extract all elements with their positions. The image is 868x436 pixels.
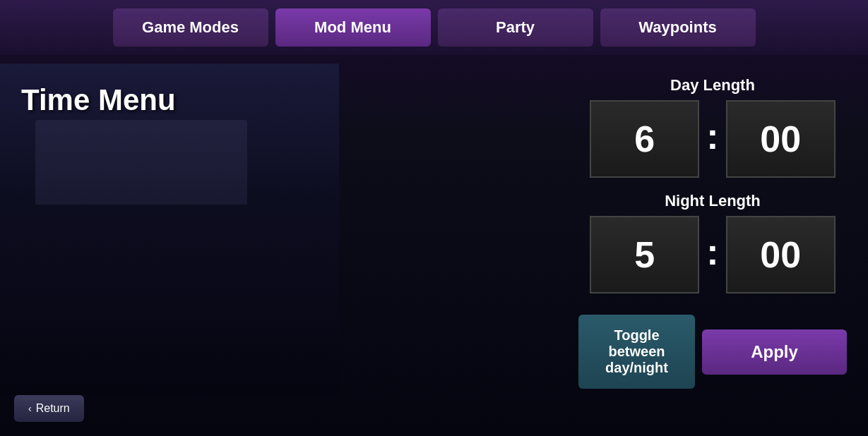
day-separator: : bbox=[699, 115, 725, 157]
day-hours-box[interactable]: 6 bbox=[590, 100, 699, 178]
main-content: Time Menu Day Length 6 : 00 Night Length… bbox=[0, 55, 868, 428]
toggle-day-night-button[interactable]: Toggle between day/night bbox=[578, 315, 695, 389]
day-length-section: Day Length 6 : 00 bbox=[578, 76, 847, 178]
return-label: Return bbox=[36, 402, 70, 415]
navbar: Game Modes Mod Menu Party Waypoints bbox=[0, 0, 868, 55]
day-minutes-box[interactable]: 00 bbox=[726, 100, 836, 178]
return-button[interactable]: ‹ Return bbox=[14, 395, 84, 422]
page-title: Time Menu bbox=[21, 83, 578, 117]
apply-button[interactable]: Apply bbox=[702, 329, 847, 375]
bottom-buttons: Toggle between day/night Apply bbox=[578, 315, 847, 389]
tab-mod-menu[interactable]: Mod Menu bbox=[275, 8, 431, 47]
day-length-label: Day Length bbox=[578, 76, 847, 95]
night-length-section: Night Length 5 : 00 bbox=[578, 192, 847, 293]
chevron-left-icon: ‹ bbox=[28, 403, 32, 414]
tab-waypoints[interactable]: Waypoints bbox=[600, 8, 756, 47]
night-minutes-box[interactable]: 00 bbox=[726, 216, 836, 293]
night-length-label: Night Length bbox=[578, 192, 847, 210]
right-panel: Day Length 6 : 00 Night Length 5 : 00 To… bbox=[578, 69, 847, 389]
night-length-input-row: 5 : 00 bbox=[578, 216, 847, 293]
tab-game-modes[interactable]: Game Modes bbox=[113, 8, 268, 47]
night-hours-box[interactable]: 5 bbox=[590, 216, 699, 293]
left-panel: Time Menu bbox=[21, 69, 578, 117]
night-separator: : bbox=[699, 231, 725, 273]
tab-party[interactable]: Party bbox=[438, 8, 593, 47]
day-length-input-row: 6 : 00 bbox=[578, 100, 847, 178]
